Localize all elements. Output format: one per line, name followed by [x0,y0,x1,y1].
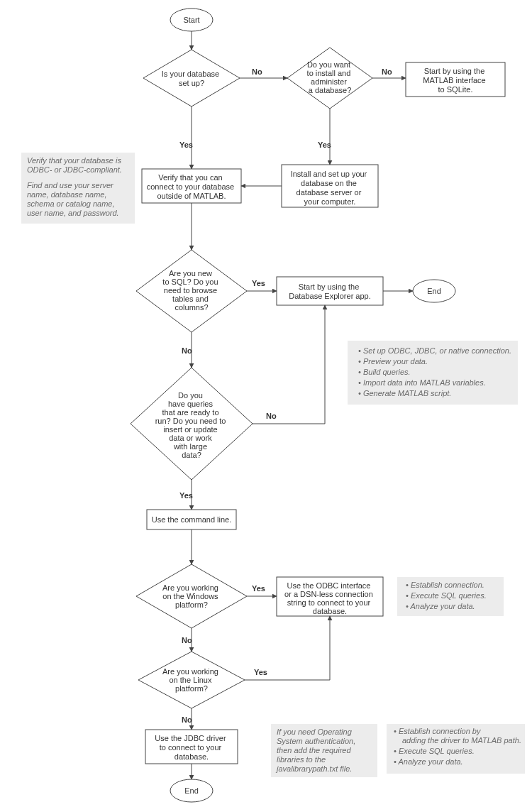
label-no: No [182,346,192,355]
flowchart: Verify that your database is ODBC- or JD… [0,0,532,807]
process-db-explorer-text: Start by using the Database Explorer app… [289,282,371,300]
label-yes: Yes [179,491,193,500]
decision-install-admin-text: Do you want to install and administer a … [307,60,353,94]
label-no: No [182,715,192,724]
label-yes: Yes [252,279,265,287]
note-os-auth-text: If you need Operating System authenticat… [275,728,358,773]
label-yes: Yes [254,668,267,676]
label-yes: Yes [318,141,331,149]
terminal-start-label: Start [183,16,199,24]
label-no: No [382,67,392,76]
label-no: No [266,412,277,420]
terminal-end-explorer-label: End [427,287,441,295]
process-verify-connect-text: Verify that you can connect to your data… [147,173,237,200]
label-no: No [252,67,262,76]
label-yes: Yes [252,584,265,593]
label-yes: Yes [179,141,193,149]
note-verify-text: Verify that your database is ODBC- or JD… [27,156,124,217]
label-no: No [182,636,192,644]
process-command-line-text: Use the command line. [152,515,232,524]
terminal-end-label: End [184,786,199,795]
